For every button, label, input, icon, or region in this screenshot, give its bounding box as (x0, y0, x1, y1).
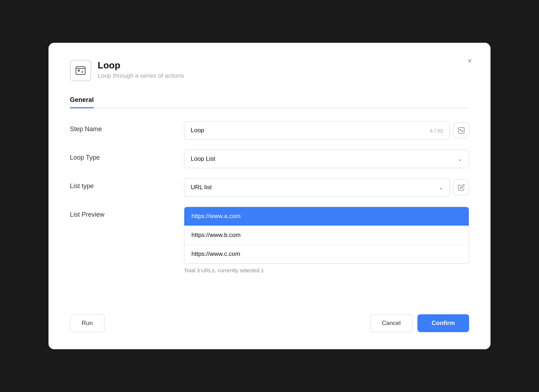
svg-point-5 (460, 129, 461, 130)
list-item[interactable]: https://www.c.com (184, 245, 469, 263)
step-name-icon-btn[interactable] (453, 123, 469, 138)
dialog: Loop Loop through a series of actions × … (48, 43, 491, 349)
list-item[interactable]: https://www.b.com (184, 226, 469, 245)
list-type-row: List type URL list ⌄ (70, 178, 469, 197)
tabs: General (70, 93, 469, 108)
list-summary: Total 3 URLs, currently selected 1 (184, 267, 469, 273)
list-preview-container: https://www.a.com https://www.b.com http… (184, 207, 469, 264)
list-type-select-wrapper: URL list ⌄ (184, 178, 450, 197)
list-preview-control: https://www.a.com https://www.b.com http… (184, 207, 469, 273)
list-item[interactable]: https://www.a.com (184, 207, 469, 226)
step-name-input[interactable]: Loop 4 / 50 (184, 121, 450, 140)
list-type-label: List type (70, 178, 184, 190)
list-type-select[interactable]: URL list ⌄ (184, 178, 450, 197)
loop-type-row: Loop Type Loop List ⌄ (70, 150, 469, 168)
svg-rect-4 (458, 128, 464, 134)
svg-point-2 (82, 71, 83, 73)
loop-type-select[interactable]: Loop List ⌄ (184, 150, 469, 168)
step-name-row: Step Name Loop 4 / 50 (70, 121, 469, 140)
dialog-footer: Run Cancel Confirm (70, 303, 469, 332)
list-type-edit-btn[interactable] (453, 180, 469, 195)
close-button[interactable]: × (466, 56, 473, 66)
loop-type-chevron: ⌄ (458, 156, 462, 162)
list-preview-label: List Preview (70, 207, 184, 218)
run-button[interactable]: Run (70, 314, 104, 332)
svg-rect-0 (76, 67, 85, 74)
list-type-chevron: ⌄ (439, 185, 443, 190)
dialog-header: Loop Loop through a series of actions (70, 60, 469, 81)
loop-type-label: Loop Type (70, 150, 184, 161)
list-type-value: URL list (191, 184, 212, 191)
loop-type-control: Loop List ⌄ (184, 150, 469, 168)
confirm-button[interactable]: Confirm (417, 314, 469, 332)
step-name-label: Step Name (70, 121, 184, 133)
dialog-subtitle: Loop through a series of actions (98, 72, 184, 79)
loop-icon (70, 60, 91, 81)
svg-point-6 (462, 130, 463, 131)
svg-point-1 (78, 69, 80, 72)
form-section: Step Name Loop 4 / 50 (70, 121, 469, 303)
list-type-control: URL list ⌄ (184, 178, 469, 197)
dialog-title: Loop (98, 60, 184, 71)
loop-type-value: Loop List (191, 155, 215, 163)
step-name-value: Loop (191, 127, 204, 134)
title-group: Loop Loop through a series of actions (98, 60, 184, 79)
step-name-char-count: 4 / 50 (430, 128, 443, 134)
footer-right: Cancel Confirm (370, 314, 469, 332)
tab-general[interactable]: General (70, 93, 94, 108)
step-name-control: Loop 4 / 50 (184, 121, 469, 140)
list-preview-row: List Preview https://www.a.com https://w… (70, 207, 469, 273)
cancel-button[interactable]: Cancel (370, 314, 412, 332)
